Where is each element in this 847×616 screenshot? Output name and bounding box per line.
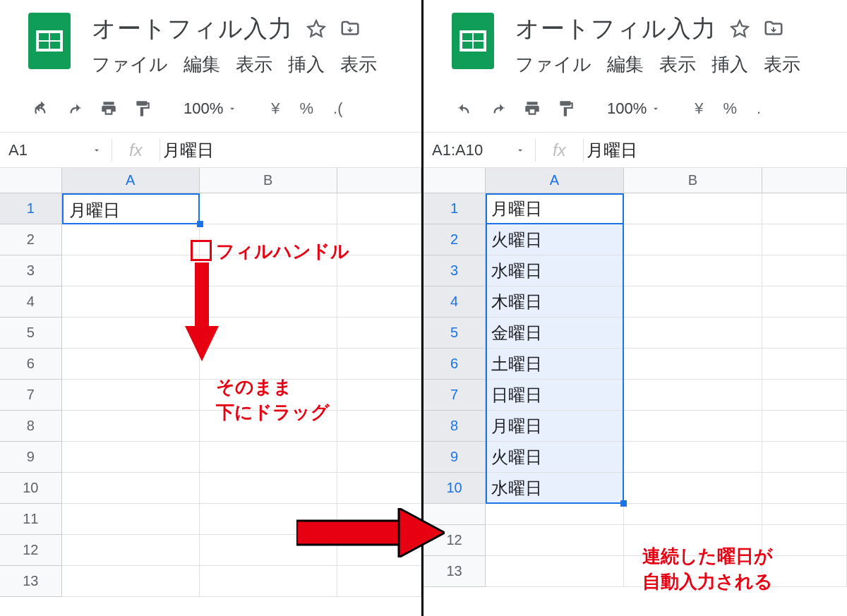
move-folder-icon[interactable] bbox=[763, 18, 784, 40]
cell-A3[interactable]: 水曜日 bbox=[486, 255, 624, 286]
menu-view[interactable]: 表示 bbox=[659, 52, 696, 77]
row-header[interactable]: 13 bbox=[424, 556, 486, 587]
menu-edit[interactable]: 編集 bbox=[607, 52, 644, 77]
row-header[interactable]: 4 bbox=[0, 286, 62, 318]
undo-button[interactable] bbox=[450, 95, 479, 123]
cell-A10[interactable]: 水曜日 bbox=[486, 473, 624, 504]
cell[interactable] bbox=[624, 318, 762, 349]
cell[interactable] bbox=[762, 525, 847, 556]
cell[interactable] bbox=[762, 473, 847, 504]
redo-button[interactable] bbox=[484, 95, 512, 123]
cell[interactable] bbox=[200, 473, 337, 504]
doc-title[interactable]: オートフィル入力 bbox=[92, 13, 293, 45]
cell[interactable] bbox=[337, 193, 421, 224]
row-header[interactable]: 13 bbox=[0, 566, 62, 597]
cell[interactable] bbox=[762, 411, 847, 442]
move-folder-icon[interactable] bbox=[340, 18, 361, 40]
cell[interactable] bbox=[624, 504, 762, 525]
col-header-C[interactable] bbox=[337, 168, 421, 193]
cell[interactable] bbox=[762, 442, 847, 473]
cell[interactable] bbox=[624, 380, 762, 411]
row-header[interactable]: 7 bbox=[0, 380, 62, 411]
row-header[interactable]: 12 bbox=[0, 535, 62, 566]
row-header[interactable]: 3 bbox=[424, 255, 486, 286]
sheets-logo-icon[interactable] bbox=[28, 13, 71, 69]
cell[interactable] bbox=[624, 224, 762, 255]
cell[interactable] bbox=[200, 224, 337, 255]
zoom-dropdown[interactable]: 100% bbox=[600, 99, 668, 118]
cell[interactable] bbox=[337, 349, 421, 380]
sheets-logo-icon[interactable] bbox=[452, 13, 494, 69]
cell[interactable] bbox=[62, 566, 200, 597]
cell-A1[interactable]: 月曜日 bbox=[486, 193, 624, 224]
cell[interactable] bbox=[762, 380, 847, 411]
zoom-dropdown[interactable]: 100% bbox=[176, 99, 244, 118]
spreadsheet-grid[interactable]: A B 1月曜日 2 3 4 5 6 7 8 9 10 11 12 13 bbox=[0, 168, 421, 597]
cell[interactable] bbox=[337, 442, 421, 473]
row-header[interactable]: 1 bbox=[424, 193, 486, 224]
cell[interactable] bbox=[624, 556, 762, 587]
cell[interactable] bbox=[624, 473, 762, 504]
row-header[interactable]: 4 bbox=[424, 286, 486, 318]
cell[interactable] bbox=[62, 442, 200, 473]
cell[interactable] bbox=[62, 380, 200, 411]
doc-title[interactable]: オートフィル入力 bbox=[515, 13, 716, 45]
row-header[interactable]: 10 bbox=[424, 473, 486, 504]
cell[interactable] bbox=[62, 473, 200, 504]
cell[interactable] bbox=[486, 504, 624, 525]
print-button[interactable] bbox=[95, 95, 123, 123]
cell-A6[interactable]: 土曜日 bbox=[486, 349, 624, 380]
undo-button[interactable] bbox=[27, 95, 55, 123]
cell[interactable] bbox=[62, 504, 200, 535]
fill-handle[interactable] bbox=[197, 221, 203, 227]
cell[interactable] bbox=[200, 349, 337, 380]
cell[interactable] bbox=[624, 286, 762, 318]
cell[interactable] bbox=[486, 556, 624, 587]
cell[interactable] bbox=[762, 286, 847, 318]
row-header[interactable]: 8 bbox=[0, 411, 62, 442]
cell[interactable] bbox=[200, 318, 337, 349]
cell[interactable] bbox=[62, 318, 200, 349]
menu-edit[interactable]: 編集 bbox=[184, 52, 220, 77]
row-header[interactable]: 9 bbox=[424, 442, 486, 473]
cell[interactable] bbox=[200, 442, 337, 473]
redo-button[interactable] bbox=[61, 95, 89, 123]
cell[interactable] bbox=[200, 193, 337, 224]
cell-A9[interactable]: 火曜日 bbox=[486, 442, 624, 473]
cell[interactable] bbox=[337, 566, 421, 597]
cell[interactable] bbox=[200, 535, 337, 566]
format-currency-button[interactable]: ¥ bbox=[687, 99, 710, 118]
cell[interactable] bbox=[624, 525, 762, 556]
cell-A7[interactable]: 日曜日 bbox=[486, 380, 624, 411]
cell[interactable] bbox=[624, 193, 762, 224]
select-all-corner[interactable] bbox=[0, 168, 62, 193]
menu-file[interactable]: ファイル bbox=[515, 52, 591, 77]
cell-A2[interactable]: 火曜日 bbox=[486, 224, 624, 255]
cell[interactable] bbox=[62, 255, 200, 286]
col-header-C[interactable] bbox=[762, 168, 847, 193]
col-header-A[interactable]: A bbox=[486, 168, 624, 193]
menu-insert[interactable]: 挿入 bbox=[711, 52, 748, 77]
cell[interactable] bbox=[62, 224, 200, 255]
name-box[interactable]: A1:A10 bbox=[424, 133, 535, 167]
name-box[interactable]: A1 bbox=[0, 133, 112, 167]
menu-insert[interactable]: 挿入 bbox=[288, 52, 325, 77]
cell[interactable] bbox=[337, 286, 421, 318]
cell[interactable] bbox=[337, 380, 421, 411]
col-header-B[interactable]: B bbox=[200, 168, 337, 193]
menu-format[interactable]: 表示 bbox=[764, 52, 800, 77]
row-header[interactable] bbox=[424, 504, 486, 525]
row-header[interactable]: 5 bbox=[424, 318, 486, 349]
cell[interactable] bbox=[624, 255, 762, 286]
cell[interactable] bbox=[762, 318, 847, 349]
col-header-A[interactable]: A bbox=[62, 168, 200, 193]
cell[interactable] bbox=[762, 556, 847, 587]
row-header[interactable]: 2 bbox=[424, 224, 486, 255]
cell[interactable] bbox=[62, 286, 200, 318]
paint-format-button[interactable] bbox=[128, 95, 157, 123]
cell[interactable] bbox=[624, 411, 762, 442]
menu-file[interactable]: ファイル bbox=[92, 52, 168, 77]
row-header[interactable]: 8 bbox=[424, 411, 486, 442]
cell[interactable] bbox=[337, 411, 421, 442]
cell[interactable] bbox=[62, 535, 200, 566]
